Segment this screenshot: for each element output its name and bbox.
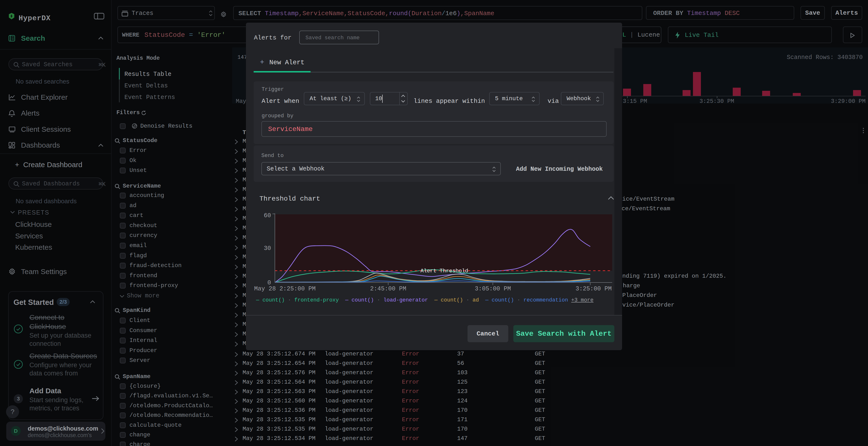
svg-text:3:25:00 PM: 3:25:00 PM bbox=[576, 285, 612, 293]
svg-text:2:45:00 PM: 2:45:00 PM bbox=[370, 285, 406, 293]
svg-text:3:05:00 PM: 3:05:00 PM bbox=[475, 285, 511, 293]
svg-text:60: 60 bbox=[264, 212, 271, 219]
svg-text:May 28 2:25:00 PM: May 28 2:25:00 PM bbox=[254, 285, 316, 293]
svg-text:30: 30 bbox=[264, 245, 271, 252]
svg-text:Alert Threshold: Alert Threshold bbox=[421, 268, 468, 274]
